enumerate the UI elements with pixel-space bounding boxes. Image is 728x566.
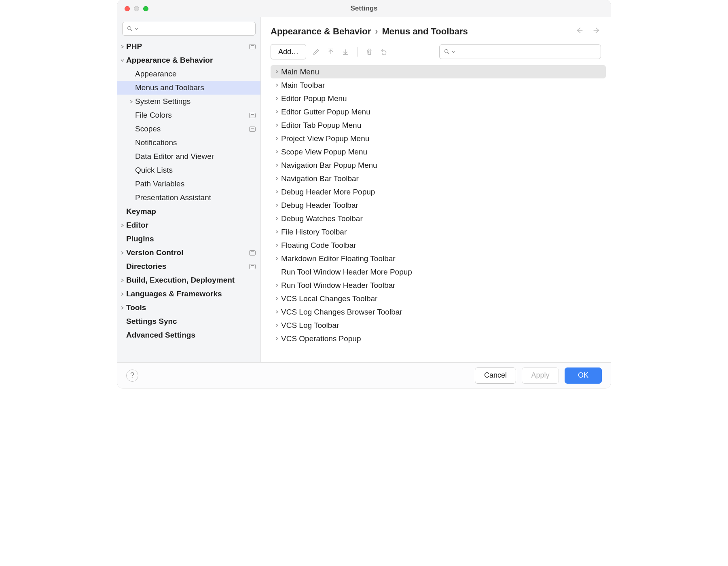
list-item[interactable]: Main Toolbar bbox=[271, 78, 606, 92]
sidebar-item[interactable]: Tools bbox=[117, 301, 260, 315]
nav-forward-icon[interactable] bbox=[592, 26, 601, 37]
sidebar-item[interactable]: Menus and Toolbars bbox=[117, 81, 260, 95]
sidebar-item-label: File Colors bbox=[135, 111, 249, 120]
sidebar-item[interactable]: Version Control bbox=[117, 246, 260, 260]
list-item[interactable]: Main Menu bbox=[271, 65, 606, 78]
sidebar-item-label: Settings Sync bbox=[126, 317, 256, 326]
sidebar-item[interactable]: Path Variables bbox=[117, 177, 260, 191]
list-item-label: VCS Local Changes Toolbar bbox=[281, 294, 377, 303]
list-item[interactable]: Navigation Bar Popup Menu bbox=[271, 158, 606, 172]
sidebar-item[interactable]: Notifications bbox=[117, 136, 260, 150]
chevron-right-icon[interactable] bbox=[272, 283, 281, 287]
list-item[interactable]: VCS Local Changes Toolbar bbox=[271, 292, 606, 305]
sidebar-item[interactable]: Build, Execution, Deployment bbox=[117, 273, 260, 287]
sidebar-item[interactable]: Quick Lists bbox=[117, 163, 260, 177]
sidebar-item[interactable]: Editor bbox=[117, 218, 260, 232]
move-up-icon[interactable] bbox=[326, 47, 335, 56]
list-item[interactable]: File History Toolbar bbox=[271, 225, 606, 239]
chevron-right-icon[interactable] bbox=[272, 150, 281, 154]
sidebar-item[interactable]: PHP bbox=[117, 40, 260, 53]
list-item[interactable]: Editor Tab Popup Menu bbox=[271, 118, 606, 132]
chevron-right-icon[interactable] bbox=[272, 203, 281, 207]
ok-button[interactable]: OK bbox=[565, 367, 602, 384]
chevron-right-icon[interactable] bbox=[272, 323, 281, 327]
chevron-right-icon[interactable] bbox=[272, 190, 281, 194]
chevron-right-icon[interactable] bbox=[118, 44, 126, 49]
list-item[interactable]: Debug Header More Popup bbox=[271, 185, 606, 199]
list-item[interactable]: Floating Code Toolbar bbox=[271, 239, 606, 252]
chevron-right-icon[interactable] bbox=[272, 123, 281, 127]
chevron-right-icon[interactable] bbox=[272, 83, 281, 87]
edit-icon[interactable] bbox=[312, 47, 321, 56]
sidebar-item-label: Notifications bbox=[135, 138, 256, 147]
chevron-right-icon[interactable] bbox=[272, 336, 281, 341]
main-search-input[interactable] bbox=[457, 48, 597, 56]
list-item[interactable]: Navigation Bar Toolbar bbox=[271, 172, 606, 185]
breadcrumb-parent[interactable]: Appearance & Behavior bbox=[271, 26, 371, 37]
chevron-right-icon[interactable] bbox=[272, 70, 281, 74]
footer-buttons: Cancel Apply OK bbox=[475, 367, 602, 384]
project-scope-icon bbox=[249, 127, 256, 132]
list-item[interactable]: Debug Watches Toolbar bbox=[271, 212, 606, 225]
list-item[interactable]: Run Tool Window Header More Popup bbox=[271, 265, 606, 279]
list-item-label: Main Menu bbox=[281, 68, 319, 76]
cancel-button[interactable]: Cancel bbox=[475, 367, 516, 384]
sidebar-item[interactable]: System Settings bbox=[117, 95, 260, 108]
search-icon bbox=[444, 49, 450, 55]
chevron-right-icon[interactable] bbox=[272, 310, 281, 314]
chevron-right-icon[interactable] bbox=[118, 278, 126, 283]
chevron-right-icon[interactable] bbox=[272, 136, 281, 141]
sidebar-item[interactable]: Directories bbox=[117, 260, 260, 273]
main-search[interactable] bbox=[439, 44, 601, 59]
revert-icon[interactable] bbox=[379, 47, 388, 56]
chevron-right-icon[interactable] bbox=[118, 292, 126, 296]
sidebar-item[interactable]: Keymap bbox=[117, 205, 260, 218]
list-item[interactable]: Editor Popup Menu bbox=[271, 92, 606, 105]
chevron-right-icon[interactable] bbox=[127, 99, 135, 104]
sidebar-search[interactable] bbox=[122, 22, 256, 36]
svg-line-5 bbox=[448, 53, 449, 54]
sidebar-item[interactable]: Appearance & Behavior bbox=[117, 53, 260, 67]
chevron-right-icon[interactable] bbox=[272, 256, 281, 261]
sidebar-item[interactable]: Scopes bbox=[117, 122, 260, 136]
help-icon[interactable]: ? bbox=[126, 370, 138, 382]
list-item[interactable]: VCS Operations Popup bbox=[271, 332, 606, 345]
content-body: PHPAppearance & BehaviorAppearanceMenus … bbox=[117, 17, 611, 362]
chevron-right-icon[interactable] bbox=[118, 223, 126, 228]
chevron-right-icon[interactable] bbox=[118, 306, 126, 310]
list-item[interactable]: Editor Gutter Popup Menu bbox=[271, 105, 606, 118]
sidebar-item[interactable]: Languages & Frameworks bbox=[117, 287, 260, 301]
list-item[interactable]: VCS Log Toolbar bbox=[271, 319, 606, 332]
list-item-label: File History Toolbar bbox=[281, 228, 347, 237]
list-item[interactable]: Scope View Popup Menu bbox=[271, 145, 606, 158]
chevron-right-icon[interactable] bbox=[272, 296, 281, 301]
chevron-right-icon[interactable] bbox=[272, 243, 281, 247]
add-button[interactable]: Add… bbox=[271, 44, 306, 59]
sidebar-item[interactable]: Presentation Assistant bbox=[117, 191, 260, 205]
chevron-down-icon[interactable] bbox=[118, 58, 126, 63]
chevron-right-icon[interactable] bbox=[272, 96, 281, 101]
move-down-icon[interactable] bbox=[341, 47, 350, 56]
settings-tree: PHPAppearance & BehaviorAppearanceMenus … bbox=[117, 40, 260, 362]
chevron-right-icon[interactable] bbox=[272, 230, 281, 234]
chevron-right-icon[interactable] bbox=[272, 110, 281, 114]
list-item[interactable]: VCS Log Changes Browser Toolbar bbox=[271, 305, 606, 319]
list-item[interactable]: Debug Header Toolbar bbox=[271, 199, 606, 212]
sidebar-item[interactable]: Plugins bbox=[117, 232, 260, 246]
list-item[interactable]: Project View Popup Menu bbox=[271, 132, 606, 145]
sidebar-search-input[interactable] bbox=[140, 25, 251, 33]
sidebar-item[interactable]: Appearance bbox=[117, 67, 260, 81]
list-item[interactable]: Run Tool Window Header Toolbar bbox=[271, 279, 606, 292]
list-item[interactable]: Markdown Editor Floating Toolbar bbox=[271, 252, 606, 265]
delete-icon[interactable] bbox=[365, 47, 374, 56]
sidebar-item[interactable]: Advanced Settings bbox=[117, 328, 260, 342]
sidebar-item[interactable]: Data Editor and Viewer bbox=[117, 150, 260, 163]
chevron-right-icon[interactable] bbox=[272, 163, 281, 167]
chevron-right-icon[interactable] bbox=[272, 216, 281, 221]
chevron-right-icon[interactable] bbox=[118, 251, 126, 255]
nav-back-icon[interactable] bbox=[575, 26, 584, 37]
sidebar-item[interactable]: File Colors bbox=[117, 108, 260, 122]
toolbar-separator bbox=[357, 47, 358, 57]
sidebar-item[interactable]: Settings Sync bbox=[117, 315, 260, 328]
chevron-right-icon[interactable] bbox=[272, 176, 281, 181]
